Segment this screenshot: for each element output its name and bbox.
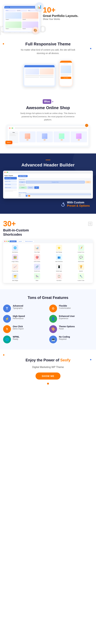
sc-text-group: Built-in-Custom Shortcodes xyxy=(3,228,29,236)
sc-label-contact: Contact Form xyxy=(78,252,84,253)
cta-bottom-dot xyxy=(47,383,49,384)
sc-label-price: Price Table xyxy=(34,252,40,253)
sc-item-progress: 📈 Progress Bar xyxy=(5,264,25,272)
sc-label-team: Team Members xyxy=(55,261,63,262)
devices-row: Learn More xyxy=(5,60,91,87)
hb-screenshot: Header Template Header Layout Header Sty… xyxy=(3,171,93,198)
hb-block-search: Search xyxy=(19,186,27,189)
woo-description: Seofy brings full options to build an on… xyxy=(18,112,78,122)
feature-one-click: 🖱 One Click Demo Import xyxy=(3,325,47,333)
hb-sidebar: Header Template Header Layout Header Sty… xyxy=(4,175,17,197)
responsive-description: No matter what kind of content you add, … xyxy=(20,48,76,55)
sc-label-cta: Call to Action xyxy=(34,261,40,262)
feature-icon-typography: T xyxy=(3,304,11,312)
sc-icon-awards: 🏆 xyxy=(78,264,84,270)
shortcodes-number: 30+ xyxy=(3,220,29,228)
feature-wpml: 🌐 WPML Ready xyxy=(3,336,47,343)
feature-icon-nocoding: 💻 xyxy=(49,336,57,343)
shop-mockup-header xyxy=(8,126,88,130)
sc-label-slider: Slider xyxy=(36,280,39,281)
shop-item-3: $19 xyxy=(54,131,70,142)
phone-mockup: Learn More xyxy=(59,60,73,87)
header-builder-screenshot: Header Template Header Layout Header Sty… xyxy=(3,171,93,198)
hb-caption-sub: Preset & Options xyxy=(67,204,90,208)
sc-label-tabs: Tabs Widget xyxy=(12,280,18,281)
feature-text-typography: Advanced Typography xyxy=(13,304,23,310)
hb-block-drag[interactable]: ≡ xyxy=(34,186,39,189)
portfolio-mockup: Home Portfolio Blog Project A Project B xyxy=(3,5,41,32)
cta-heading: Enjoy the Power of Seofy xyxy=(5,358,91,363)
sc-tab-woo[interactable]: WooCommerce xyxy=(24,240,34,242)
cta-brand: Seofy xyxy=(60,358,70,362)
section-woocommerce: Woo o Awesome Online Shop Seofy brings f… xyxy=(0,93,96,154)
sc-screenshot: Elements Layout WooCommerce 🌐 Site Butto… xyxy=(3,240,93,283)
header-builder-title: Advanced Header Builder xyxy=(3,162,93,168)
feature-flexible-customization: ⚙ Flexible Customization xyxy=(49,304,93,312)
section-header-builder: Advanced Header Builder Header Template … xyxy=(0,154,96,214)
hb-main-area: ADD PRESET Header Row 1 Logo Navigation … xyxy=(18,175,92,197)
feature-text-wpml: WPML Ready xyxy=(13,336,19,340)
portfolio-text-block: 10+ Great Portfolio Layouts. Show Your W… xyxy=(43,5,93,20)
portfolio-title: Great Portfolio Layouts. xyxy=(43,14,93,18)
shop-item-4: $39 xyxy=(71,131,87,142)
hb-sidebar-item-mobile[interactable]: Mobile Header xyxy=(4,186,17,189)
sc-label-code: Custom Code xyxy=(78,280,84,281)
hb-sidebar-item-header-layout[interactable]: Header Layout xyxy=(4,177,17,180)
feature-advanced-typography: T Advanced Typography xyxy=(3,304,47,312)
sc-icon-slider: 🎠 xyxy=(34,273,40,279)
feature-icon-speed: ⚡ xyxy=(3,315,11,323)
hb-screen-body: Header Template Header Layout Header Sty… xyxy=(3,174,93,198)
sc-item-tabs: 🗂️ Tabs Widget xyxy=(5,273,25,281)
sc-label-awards: Awards xyxy=(79,270,83,272)
sc-icon-team: 👥 xyxy=(56,254,62,260)
sc-icon-accordion: 📋 xyxy=(56,273,62,279)
sc-item-slider: 🎠 Slider xyxy=(27,273,47,281)
sc-label-testimonials: Testimonials xyxy=(78,261,84,262)
sc-screen-header: Elements Layout WooCommerce xyxy=(3,240,93,243)
feature-icon-theme-options: 🎨 xyxy=(49,325,57,333)
shortcodes-decorative-icon: ⊞ xyxy=(88,220,93,227)
deco-dot-1 xyxy=(3,43,4,44)
show-me-button[interactable]: SHOW ME xyxy=(36,372,60,380)
sc-body: 🌐 Site Buttons 📊 Price Table ⭐ Star Rati… xyxy=(3,243,93,283)
sc-item-price: 📊 Price Table xyxy=(27,245,47,253)
sc-tab-layout[interactable]: Layout xyxy=(17,240,23,242)
feature-icon-wpml: 🌐 xyxy=(3,336,11,343)
hb-sidebar-item-header-style[interactable]: Header Style xyxy=(4,180,17,182)
section-shortcodes: 30+ Built-in-Custom Shortcodes ⊞ Element… xyxy=(0,214,96,289)
sc-item-contact: 📝 Contact Form xyxy=(71,245,91,253)
section-portfolio: portfolio Home Portfolio Blog xyxy=(0,0,96,36)
sc-icon-mobile: 📱 xyxy=(56,264,62,270)
sc-item-gallery: 🖼️ Image Gallery xyxy=(5,254,25,262)
hb-sidebar-item-sticky[interactable]: Sticky Header xyxy=(4,183,17,186)
sc-icon-gallery: 🖼️ xyxy=(12,254,18,260)
sc-tab-elements[interactable]: Elements xyxy=(9,240,16,242)
sc-icon-tabs: 🗂️ xyxy=(12,273,18,279)
hb-block-menu: Navigation Menu xyxy=(26,181,85,183)
portfolio-subtitle: Show Your Works xyxy=(43,18,93,20)
cta-deco-dot-left xyxy=(3,354,4,356)
sc-icon-price: 📊 xyxy=(34,245,40,251)
deco-dot-2 xyxy=(90,48,91,49)
section-cta: Enjoy the Power of Seofy Digital Marketi… xyxy=(0,350,96,392)
hb-block-logo: Logo xyxy=(19,181,25,183)
feature-icon-customization: ⚙ xyxy=(49,304,57,312)
feature-icon-oneclick: 🖱 xyxy=(3,325,11,333)
shortcodes-title-line2: Shortcodes xyxy=(3,232,29,236)
sc-item-cta: 🎯 Call to Action xyxy=(27,254,47,262)
add-preset-button[interactable]: ADD PRESET xyxy=(18,175,28,177)
features-title: Tons of Great Features xyxy=(3,296,93,300)
sc-icon-ratings: ⭐ xyxy=(56,245,62,251)
shortcodes-title-line1: Built-in-Custom xyxy=(3,228,29,232)
sc-item-social: 🔗 Social Icons xyxy=(27,264,47,272)
sc-label-mobile: Mobile Apps xyxy=(56,270,62,272)
sc-icon-code: 🔧 xyxy=(78,273,84,279)
sc-item-ratings: ⭐ Star Ratings xyxy=(49,245,69,253)
feature-no-coding: 💻 No Coding Required xyxy=(49,336,93,343)
feature-icon-experience: 👤 xyxy=(49,315,57,323)
sc-item-mobile: 📱 Mobile Apps xyxy=(49,264,69,272)
sc-item-awards: 🏆 Awards xyxy=(71,264,91,272)
hb-caption-main: With Custom xyxy=(67,201,90,204)
section-features: Tons of Great Features T Advanced Typogr… xyxy=(0,289,96,350)
feature-text-customization: Flexible Customization xyxy=(59,304,71,310)
